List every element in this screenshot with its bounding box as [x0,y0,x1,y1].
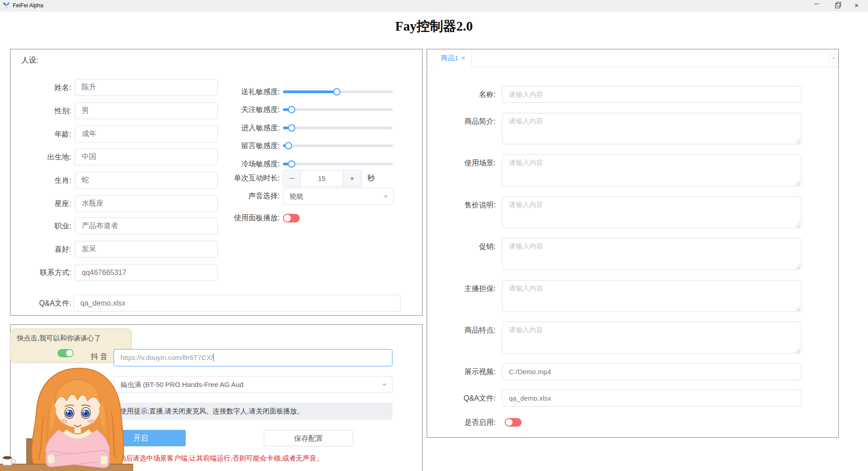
douyin-label: 抖 音 [91,352,107,362]
product-intro-textarea[interactable] [502,113,801,144]
name-input[interactable] [75,79,218,96]
app-window: FeiFei Alpha × Fay控制器2.0 人设: 姓名: 性别: 年龄:… [0,0,868,471]
hobby-label: 喜好: [10,241,71,258]
price-desc-textarea[interactable] [502,196,801,228]
birthplace-input[interactable] [75,148,218,165]
product-row: 促销: [427,238,839,270]
product-panel: 商品1× + 名称: 商品简介: 使用场景: 售价说明: 促销: [427,49,839,438]
slider-knob[interactable] [288,160,295,168]
slider-knob[interactable] [285,142,292,149]
product-row: 名称: [427,86,839,103]
product-row: 展示视频: [427,363,839,380]
panel-play-switch[interactable] [283,214,300,222]
restore-icon [835,3,840,8]
name-label: 姓名: [10,79,71,96]
occupation-label: 职业: [10,217,71,234]
persona-row: 联系方式: [10,264,423,281]
slider-knob[interactable] [288,124,295,132]
duration-minus-button[interactable]: − [283,170,301,186]
add-tab-button[interactable]: + [829,53,838,63]
douyin-url-input[interactable]: https://v.douyin.com/Br6T7CX/ [114,349,392,366]
panel-play-label: 使用面板播放: [211,213,280,223]
promotion-textarea[interactable] [502,238,801,270]
close-button[interactable]: × [849,0,864,11]
promotion-label: 促销: [427,242,496,251]
product-features-textarea[interactable] [502,322,801,354]
gender-input[interactable] [75,102,218,119]
constellation-label: 星座: [10,195,71,212]
maximize-button[interactable] [830,0,845,11]
idle-sensitivity-slider[interactable] [283,163,393,165]
chat-bubble-text: 快点击,我可以和你谈谈心了 [17,334,101,343]
constellation-input[interactable] [75,195,218,212]
gift-sensitivity-slider[interactable] [283,90,393,93]
switch-knob [284,215,291,222]
voice-label: 声音选择: [211,191,280,201]
qa-file-input[interactable] [73,295,401,312]
gender-label: 性别: [10,102,71,119]
slider-knob[interactable] [288,106,295,113]
anchor-guarantee-textarea[interactable] [502,280,801,312]
save-config-button[interactable]: 保存配置 [264,430,353,446]
slider-row: 送礼敏感度: [211,87,417,96]
voice-select-value: 晓晓 [283,188,393,204]
text-cursor [213,354,214,361]
price-desc-label: 售价说明: [427,201,496,210]
slider-row: 关注敏感度: [211,105,417,114]
age-input[interactable] [75,126,218,143]
product-qa-label: Q&A文件: [427,390,496,407]
usage-scene-textarea[interactable] [502,154,801,186]
product-row: 售价说明: [427,196,839,228]
tab-close-icon[interactable]: × [461,54,465,62]
window-title: FeiFei Alpha [13,0,43,11]
enter-sensitivity-slider[interactable] [283,127,393,129]
occupation-input[interactable] [75,217,218,234]
enter-sensitivity-label: 进入敏感度: [211,123,280,133]
zodiac-label: 生肖: [10,172,71,189]
slider-row: 进入敏感度: [211,123,417,132]
duration-unit: 秒 [367,174,375,183]
zodiac-input[interactable] [75,172,218,189]
slider-row: 冷场敏感度: [211,159,417,169]
persona-row: 喜好: [10,241,423,258]
enable-label: 是否启用: [427,418,496,427]
gift-sensitivity-label: 送礼敏感度: [211,87,280,97]
product-tabbar: 商品1× + [427,49,838,67]
slider-row: 留言敏感度: [211,141,417,150]
product-intro-label: 商品简介: [427,117,496,126]
mic-select[interactable]: 錀虫满 (BT-50 PRO Hands-Free AG Aud [114,376,392,393]
hobby-input[interactable] [75,241,218,258]
product-row: 商品简介: [427,113,839,144]
qa-file-label: Q&A文件: [10,295,71,312]
product-name-input[interactable] [502,86,801,103]
age-label: 年龄: [10,126,71,143]
voice-select[interactable]: 晓晓 [283,188,394,205]
product-row: Q&A文件: [427,390,839,407]
tab-label: 商品1 [441,54,458,62]
switch-knob [506,419,512,426]
comment-sensitivity-label: 留言敏感度: [211,141,280,151]
contact-input[interactable] [75,264,218,281]
contact-label: 联系方式: [10,264,71,281]
demo-video-input[interactable] [502,363,801,380]
duration-value[interactable]: 15 [300,170,343,186]
slider-knob[interactable] [333,88,340,95]
comment-sensitivity-slider[interactable] [283,144,393,147]
follow-sensitivity-slider[interactable] [283,108,393,111]
minimize-icon [814,4,819,4]
persona-panel: 人设: 姓名: 性别: 年龄: 出生地: 生肖: 星座: 职业: [10,49,423,316]
page-title: Fay控制器2.0 [0,17,868,36]
douyin-url-text: https://v.douyin.com/Br6T7CX/ [120,354,213,361]
douyin-switch[interactable] [58,349,73,357]
tab-product-1[interactable]: 商品1× [435,49,472,67]
product-row: 是否启用: [427,418,839,427]
minimize-button[interactable] [809,0,824,11]
duration-plus-button[interactable]: + [343,170,361,186]
window-titlebar: FeiFei Alpha × [0,0,868,11]
enable-switch[interactable] [505,418,522,427]
product-row: 主播担保: [427,280,839,312]
usage-scene-label: 使用场景: [427,159,496,168]
product-qa-input[interactable] [502,390,801,407]
duration-label: 单次互动时长: [211,174,280,183]
product-features-label: 商品特点: [427,326,496,335]
